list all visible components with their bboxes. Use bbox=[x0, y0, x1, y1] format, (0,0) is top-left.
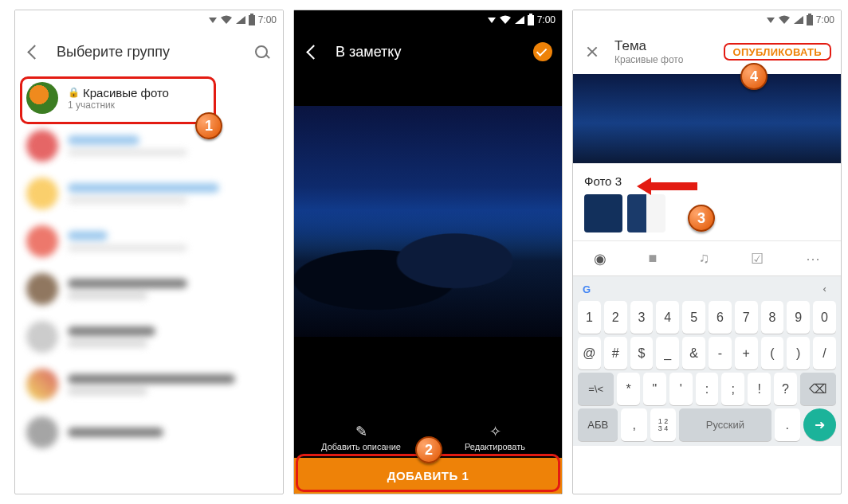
google-icon[interactable]: G bbox=[583, 283, 591, 295]
lang-switch-key[interactable]: АБВ bbox=[578, 408, 618, 441]
key[interactable]: 4 bbox=[656, 301, 679, 334]
video-icon[interactable]: ■ bbox=[648, 250, 657, 267]
screen-select-group: 7:00 Выберите группу 🔒Красивые фото 1 уч… bbox=[14, 10, 284, 494]
more-icon[interactable]: ⋯ bbox=[806, 250, 820, 268]
key[interactable]: 0 bbox=[813, 301, 836, 334]
battery-icon bbox=[249, 15, 255, 25]
group-row-selected[interactable]: 🔒Красивые фото 1 участник bbox=[15, 74, 283, 122]
key[interactable]: $ bbox=[630, 337, 654, 369]
list-item[interactable] bbox=[15, 313, 283, 361]
symbols-key[interactable]: =\< bbox=[578, 373, 614, 405]
caption-input[interactable] bbox=[573, 163, 841, 194]
add-description-label: Добавить описание bbox=[321, 442, 401, 451]
signal-icon bbox=[794, 16, 803, 24]
status-bar: 7:00 bbox=[15, 10, 283, 29]
photo-preview[interactable] bbox=[294, 106, 562, 337]
page-title: Выберите группу bbox=[57, 44, 241, 61]
spacebar-key[interactable]: Русский bbox=[679, 408, 771, 441]
signal-icon bbox=[236, 16, 245, 24]
thumbnail[interactable] bbox=[627, 194, 665, 232]
lock-icon: 🔒 bbox=[68, 87, 80, 98]
back-icon[interactable] bbox=[304, 42, 323, 61]
comma-key[interactable]: , bbox=[621, 408, 646, 441]
battery-icon bbox=[807, 15, 813, 25]
wifi-icon bbox=[499, 15, 512, 25]
key[interactable]: ; bbox=[721, 373, 744, 405]
status-bar: 7:00 bbox=[573, 10, 841, 29]
key[interactable]: @ bbox=[578, 337, 601, 369]
notification-icon bbox=[488, 18, 496, 23]
app-bar: Тема Красивые фото ОПУБЛИКОВАТЬ bbox=[573, 29, 841, 74]
status-bar: 7:00 bbox=[294, 10, 562, 29]
key[interactable]: - bbox=[709, 337, 732, 369]
app-bar: В заметку bbox=[294, 29, 562, 74]
wifi-icon bbox=[778, 15, 791, 25]
close-icon[interactable] bbox=[583, 42, 602, 61]
key[interactable]: ( bbox=[761, 337, 784, 369]
list-item[interactable] bbox=[15, 265, 283, 313]
page-subtitle: Красивые фото bbox=[614, 54, 711, 65]
key[interactable]: ' bbox=[669, 373, 693, 405]
clock: 7:00 bbox=[258, 14, 277, 25]
key[interactable]: + bbox=[735, 337, 758, 369]
step-badge-2: 2 bbox=[415, 436, 442, 463]
clock: 7:00 bbox=[816, 14, 834, 25]
key[interactable]: ) bbox=[787, 337, 810, 369]
key[interactable]: " bbox=[643, 373, 666, 405]
notification-icon bbox=[209, 18, 217, 23]
enter-key[interactable]: ➜ bbox=[803, 408, 836, 441]
period-key[interactable]: . bbox=[775, 408, 800, 441]
key[interactable]: ? bbox=[774, 373, 797, 405]
key[interactable]: # bbox=[604, 337, 627, 369]
edit-label: Редактировать bbox=[465, 442, 525, 451]
search-icon[interactable] bbox=[254, 42, 273, 61]
thumbnail[interactable] bbox=[584, 194, 622, 232]
key[interactable]: 5 bbox=[682, 301, 705, 334]
camera-icon[interactable]: ◉ bbox=[594, 250, 607, 268]
key[interactable]: 9 bbox=[787, 301, 810, 334]
screen-photo-preview: 7:00 В заметку ✎ Добавить описание ✧ Ред… bbox=[293, 10, 563, 494]
key[interactable]: & bbox=[682, 337, 705, 369]
key[interactable]: * bbox=[617, 373, 640, 405]
edit-button[interactable]: ✧ Редактировать bbox=[428, 423, 562, 451]
keyboard: G ⌄ 1234567890 @#$_&-+()/ =\< *"':;!? ⌫ … bbox=[573, 275, 841, 446]
key[interactable]: 1 bbox=[578, 301, 601, 334]
list-item[interactable] bbox=[15, 361, 283, 408]
key[interactable]: ! bbox=[748, 373, 771, 405]
list-item[interactable] bbox=[15, 408, 283, 456]
list-item[interactable] bbox=[15, 170, 283, 217]
numeric-key[interactable]: 1 2 3 4 bbox=[650, 408, 676, 441]
list-item[interactable] bbox=[15, 122, 283, 170]
key[interactable]: 7 bbox=[735, 301, 758, 334]
step-badge-4: 4 bbox=[740, 63, 768, 90]
key[interactable]: 6 bbox=[709, 301, 732, 334]
avatar bbox=[26, 82, 58, 114]
key[interactable]: : bbox=[696, 373, 719, 405]
step-badge-3: 3 bbox=[688, 205, 715, 232]
key[interactable]: / bbox=[813, 337, 836, 369]
key[interactable]: 8 bbox=[761, 301, 784, 334]
key[interactable]: 3 bbox=[630, 301, 654, 334]
app-bar: Выберите группу bbox=[15, 29, 283, 74]
selected-check-icon[interactable] bbox=[533, 42, 552, 61]
backspace-key[interactable]: ⌫ bbox=[800, 373, 836, 405]
edit-icon: ✎ bbox=[294, 423, 428, 440]
keyboard-collapse-icon[interactable]: ⌄ bbox=[821, 285, 833, 294]
poll-icon[interactable]: ☑ bbox=[751, 250, 764, 268]
wifi-icon bbox=[220, 15, 233, 25]
add-description-button[interactable]: ✎ Добавить описание bbox=[294, 423, 428, 451]
group-name: Красивые фото bbox=[83, 86, 169, 100]
list-item[interactable] bbox=[15, 217, 283, 265]
notification-icon bbox=[767, 18, 775, 23]
group-members: 1 участник bbox=[68, 100, 169, 111]
music-icon[interactable]: ♫ bbox=[699, 250, 710, 267]
key[interactable]: _ bbox=[656, 337, 679, 369]
back-icon[interactable] bbox=[25, 42, 44, 61]
attached-photo-hero[interactable] bbox=[573, 74, 841, 163]
publish-button[interactable]: ОПУБЛИКОВАТЬ bbox=[728, 43, 826, 61]
key[interactable]: 2 bbox=[604, 301, 627, 334]
page-title: В заметку bbox=[336, 44, 520, 61]
page-title: Тема bbox=[614, 38, 711, 54]
callout-frame-4: ОПУБЛИКОВАТЬ bbox=[724, 43, 831, 61]
group-list: 🔒Красивые фото 1 участник bbox=[15, 74, 283, 456]
